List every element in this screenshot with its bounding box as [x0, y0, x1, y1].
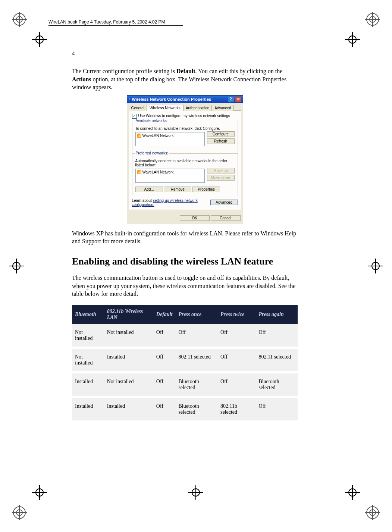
table-cell: Installed — [72, 372, 104, 397]
tab-authentication[interactable]: Authentication — [183, 105, 212, 111]
text: option, at the top of the dialog box. Th… — [72, 76, 286, 91]
crosshair-icon — [32, 32, 47, 47]
crosshair-icon — [368, 259, 383, 273]
table-header: 802.11b Wireless LAN — [104, 305, 153, 324]
table-cell: Not installed — [72, 324, 104, 348]
table-cell: Off — [217, 324, 255, 348]
table-cell: Not installed — [104, 324, 153, 348]
use-windows-checkbox[interactable]: ✓ — [132, 114, 137, 119]
text-bold: Default — [176, 68, 195, 74]
table-cell: Not installed — [72, 348, 104, 372]
section-heading: Enabling and disabling the wireless LAN … — [72, 256, 298, 267]
table-header: Default — [153, 305, 176, 324]
group-label: Preferred networks: — [135, 151, 169, 155]
network-name: WaveLAN Network — [142, 134, 174, 138]
table-header: Press once — [175, 305, 217, 324]
cancel-button[interactable]: Cancel — [211, 215, 241, 221]
feature-table: Bluetooth 802.11b Wireless LAN Default P… — [72, 305, 298, 420]
network-name: WaveLAN Network — [142, 170, 174, 174]
registration-mark-bottom-left — [12, 505, 27, 520]
table-row: Installed Installed Off Bluetooth select… — [72, 397, 298, 420]
table-cell: Bluetooth selected — [175, 397, 217, 420]
table-row: Installed Not installed Off Bluetooth se… — [72, 372, 298, 397]
table-row: Not installed Not installed Off Off Off … — [72, 324, 298, 348]
configure-button[interactable]: Configure — [207, 131, 235, 137]
table-cell: Off — [153, 397, 176, 420]
tab-wireless-networks[interactable]: Wireless Networks — [147, 105, 183, 111]
table-cell: Bluetooth selected — [175, 372, 217, 397]
dialog-screenshot: ↓ Wireless Network Connection Properties… — [72, 95, 298, 224]
remove-button[interactable]: Remove — [164, 187, 191, 192]
move-up-button[interactable]: Move up — [207, 168, 235, 173]
advanced-button[interactable]: Advanced — [210, 200, 238, 205]
dialog-titlebar: ↓ Wireless Network Connection Properties… — [127, 96, 243, 103]
main-content: The Current configuration profile settin… — [72, 67, 298, 420]
table-cell: Installed — [104, 397, 153, 420]
refresh-button[interactable]: Refresh — [207, 138, 235, 144]
table-header-row: Bluetooth 802.11b Wireless LAN Default P… — [72, 305, 298, 324]
crosshair-icon — [188, 485, 203, 500]
tab-general[interactable]: General — [129, 105, 147, 111]
table-cell: Off — [153, 348, 176, 372]
list-item[interactable]: 📶 WaveLAN Network — [137, 170, 203, 174]
dialog-tabs: General Wireless Networks Authentication… — [127, 103, 243, 110]
table-header: Press twice — [217, 305, 255, 324]
registration-mark-top-left — [12, 12, 27, 27]
learn-text: Learn about — [132, 198, 153, 203]
table-cell: 802.11 selected — [175, 348, 217, 372]
crosshair-icon — [345, 485, 360, 500]
text: The Current configuration profile settin… — [72, 68, 176, 74]
network-icon: ↓ — [129, 97, 131, 101]
table-cell: Installed — [104, 348, 153, 372]
running-header: WireLAN.book Page 4 Tuesday, February 5,… — [48, 19, 183, 26]
group-desc: Automatically connect to available netwo… — [135, 159, 235, 167]
properties-button[interactable]: Properties — [192, 187, 220, 192]
crosshair-icon — [345, 32, 360, 47]
text: . You can edit this by clicking on the — [195, 68, 283, 74]
table-cell: Off — [217, 348, 255, 372]
table-cell: Off — [175, 324, 217, 348]
move-down-button[interactable]: Move down — [207, 175, 235, 181]
table-cell: Off — [153, 372, 176, 397]
add-button[interactable]: Add... — [135, 187, 163, 192]
actions-link-text: Actions — [72, 76, 91, 82]
use-windows-label: Use Windows to configure my wireless net… — [138, 114, 230, 118]
table-cell: 802.11 selected — [255, 348, 298, 372]
page-number: 4 — [72, 50, 75, 57]
preferred-networks-list[interactable]: 📶 WaveLAN Network — [135, 169, 205, 183]
antenna-icon: 📶 — [137, 134, 141, 138]
table-cell: Installed — [72, 397, 104, 420]
table-cell: Off — [217, 372, 255, 397]
intro-paragraph: The Current configuration profile settin… — [72, 67, 298, 91]
group-label: Available networks: — [135, 119, 169, 123]
preferred-networks-group: Preferred networks: Automatically connec… — [132, 153, 238, 196]
table-row: Not installed Installed Off 802.11 selec… — [72, 348, 298, 372]
table-cell: Not installed — [104, 372, 153, 397]
table-cell: Off — [255, 324, 298, 348]
crosshair-icon — [32, 485, 47, 500]
wireless-properties-dialog: ↓ Wireless Network Connection Properties… — [127, 95, 243, 224]
crosshair-icon — [9, 259, 24, 273]
ok-button[interactable]: OK — [180, 215, 210, 221]
available-networks-group: Available networks: To connect to an ava… — [132, 121, 238, 151]
tab-advanced[interactable]: Advanced — [212, 105, 233, 111]
table-cell: Off — [153, 324, 176, 348]
table-header: Press again — [255, 305, 298, 324]
table-header: Bluetooth — [72, 305, 104, 324]
registration-mark-bottom-right — [365, 505, 380, 520]
table-cell: Bluetooth selected — [255, 372, 298, 397]
antenna-icon: 📶 — [137, 170, 141, 174]
paragraph-xp-tools: Windows XP has built-in configuration to… — [72, 229, 298, 245]
close-button[interactable]: ✕ — [235, 97, 241, 102]
dialog-bottom-buttons: OK Cancel — [127, 212, 243, 224]
paragraph-button-desc: The wireless communication button is use… — [72, 274, 298, 298]
group-desc: To connect to an available network, clic… — [135, 126, 235, 131]
help-button[interactable]: ? — [228, 97, 234, 102]
dialog-title: Wireless Network Connection Properties — [132, 97, 226, 101]
registration-mark-top-right — [365, 12, 380, 27]
available-networks-list[interactable]: 📶 WaveLAN Network — [135, 132, 205, 146]
tab-panel: ✓ Use Windows to configure my wireless n… — [129, 110, 241, 210]
table-cell: 802.11b selected — [217, 397, 255, 420]
table-cell: Off — [255, 397, 298, 420]
list-item[interactable]: 📶 WaveLAN Network — [137, 134, 203, 138]
